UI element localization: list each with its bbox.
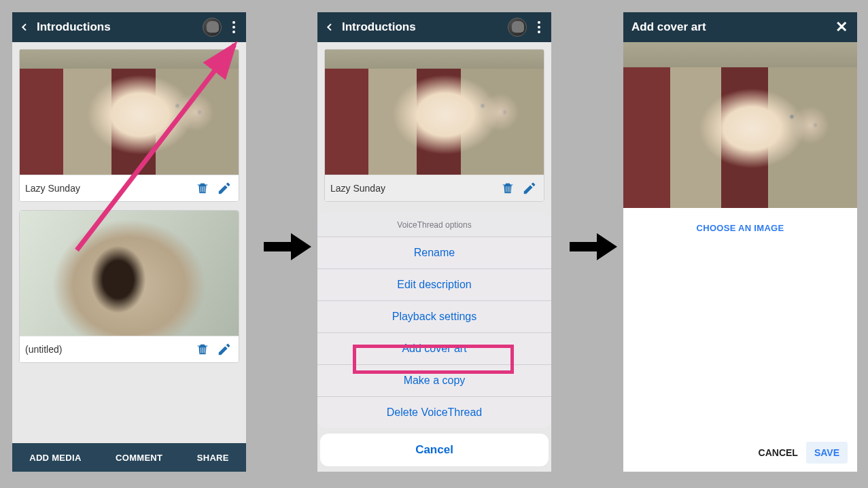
playback-settings-option[interactable]: Playback settings xyxy=(317,301,551,333)
media-card[interactable]: Lazy Sunday xyxy=(324,49,544,202)
sheet-title: VoiceThread options xyxy=(317,213,551,237)
cancel-button[interactable]: Cancel xyxy=(320,434,549,466)
content-area: Lazy Sunday (untitled) xyxy=(12,42,246,443)
edit-icon[interactable] xyxy=(215,341,233,358)
header: Add cover art ✕ xyxy=(623,12,857,42)
delete-icon[interactable] xyxy=(499,179,517,197)
media-title: Lazy Sunday xyxy=(330,183,495,194)
media-card[interactable]: (untitled) xyxy=(19,210,239,363)
cancel-button[interactable]: CANCEL xyxy=(759,447,798,458)
media-thumbnail xyxy=(20,211,239,336)
comment-button[interactable]: COMMENT xyxy=(116,453,162,463)
phone-screen-3: Add cover art ✕ CHOOSE AN IMAGE CANCEL S… xyxy=(623,12,857,472)
more-menu-icon[interactable] xyxy=(534,18,544,36)
flow-arrow-icon xyxy=(570,230,617,264)
back-chevron-icon[interactable] xyxy=(324,22,335,33)
page-title: Introductions xyxy=(37,20,196,34)
edit-description-option[interactable]: Edit description xyxy=(317,269,551,301)
bottom-bar: ADD MEDIA COMMENT SHARE xyxy=(12,443,246,472)
action-sheet: VoiceThread options Rename Edit descript… xyxy=(317,213,551,472)
delete-voicethread-option[interactable]: Delete VoiceThread xyxy=(317,397,551,428)
content-area: CHOOSE AN IMAGE CANCEL SAVE xyxy=(623,42,857,472)
edit-icon[interactable] xyxy=(215,179,233,197)
page-title: Introductions xyxy=(342,20,501,34)
flow-arrow-icon xyxy=(264,230,311,264)
save-button[interactable]: SAVE xyxy=(806,442,848,464)
phone-screen-2: Introductions Lazy Sunday VoiceThread op… xyxy=(317,12,551,472)
media-card[interactable]: Lazy Sunday xyxy=(19,49,239,202)
page-title: Add cover art xyxy=(631,20,826,34)
media-thumbnail xyxy=(20,50,239,175)
phone-screen-1: Introductions Lazy Sunday (untitled) xyxy=(12,12,246,472)
add-cover-art-option[interactable]: Add cover art xyxy=(317,333,551,365)
cover-art-preview xyxy=(623,42,857,208)
delete-icon[interactable] xyxy=(194,341,211,358)
back-chevron-icon[interactable] xyxy=(19,22,30,33)
avatar-icon[interactable] xyxy=(203,18,222,37)
share-button[interactable]: SHARE xyxy=(197,453,229,463)
delete-icon[interactable] xyxy=(194,179,211,197)
media-title: Lazy Sunday xyxy=(25,183,190,194)
more-menu-icon[interactable] xyxy=(228,18,239,36)
header: Introductions xyxy=(12,12,246,42)
media-thumbnail xyxy=(325,50,544,175)
media-title: (untitled) xyxy=(25,344,190,355)
edit-icon[interactable] xyxy=(521,179,538,197)
add-media-button[interactable]: ADD MEDIA xyxy=(29,453,81,463)
rename-option[interactable]: Rename xyxy=(317,237,551,269)
choose-image-button[interactable]: CHOOSE AN IMAGE xyxy=(623,223,857,233)
header: Introductions xyxy=(317,12,551,42)
close-icon[interactable]: ✕ xyxy=(833,18,850,36)
avatar-icon[interactable] xyxy=(508,18,527,37)
make-copy-option[interactable]: Make a copy xyxy=(317,365,551,397)
